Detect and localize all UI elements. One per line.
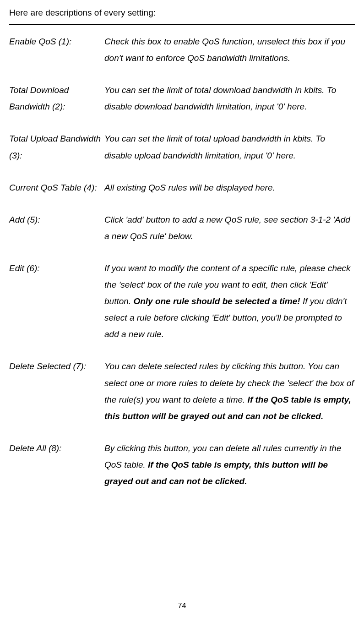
setting-description: Click 'add' button to add a new QoS rule…: [104, 212, 355, 245]
page-number: 74: [0, 599, 364, 613]
setting-description: You can set the limit of total download …: [104, 82, 355, 115]
setting-label: Delete All (8):: [9, 440, 104, 490]
bold-text: Only one rule should be selected a time!: [133, 296, 300, 306]
setting-row: Enable QoS (1):Check this box to enable …: [9, 33, 355, 66]
text: All existing QoS rules will be displayed…: [104, 183, 275, 192]
setting-description: All existing QoS rules will be displayed…: [104, 180, 355, 196]
setting-description: Check this box to enable QoS function, u…: [104, 33, 355, 66]
setting-row: Total Upload Bandwidth (3):You can set t…: [9, 131, 355, 164]
setting-row: Edit (6):If you want to modify the conte…: [9, 260, 355, 343]
setting-label: Total Download Bandwidth (2):: [9, 82, 104, 115]
setting-label: Delete Selected (7):: [9, 358, 104, 424]
setting-description: By clicking this button, you can delete …: [104, 440, 355, 490]
text: Click 'add' button to add a new QoS rule…: [104, 215, 350, 241]
setting-description: You can delete selected rules by clickin…: [104, 358, 355, 424]
divider: [9, 24, 355, 25]
setting-label: Enable QoS (1):: [9, 33, 104, 66]
settings-list: Enable QoS (1):Check this box to enable …: [9, 33, 355, 490]
setting-label: Add (5):: [9, 212, 104, 245]
setting-row: Delete Selected (7):You can delete selec…: [9, 358, 355, 424]
setting-label: Total Upload Bandwidth (3):: [9, 131, 104, 164]
setting-row: Delete All (8):By clicking this button, …: [9, 440, 355, 490]
setting-row: Total Download Bandwidth (2):You can set…: [9, 82, 355, 115]
text: Check this box to enable QoS function, u…: [104, 37, 345, 63]
intro-text: Here are descriptions of every setting:: [9, 5, 355, 21]
text: You can set the limit of total upload ba…: [104, 134, 325, 160]
setting-description: If you want to modify the content of a s…: [104, 260, 355, 343]
setting-row: Current QoS Table (4):All existing QoS r…: [9, 180, 355, 196]
text: You can set the limit of total download …: [104, 85, 336, 111]
setting-description: You can set the limit of total upload ba…: [104, 131, 355, 164]
setting-label: Edit (6):: [9, 260, 104, 343]
setting-row: Add (5):Click 'add' button to add a new …: [9, 212, 355, 245]
setting-label: Current QoS Table (4):: [9, 180, 104, 196]
